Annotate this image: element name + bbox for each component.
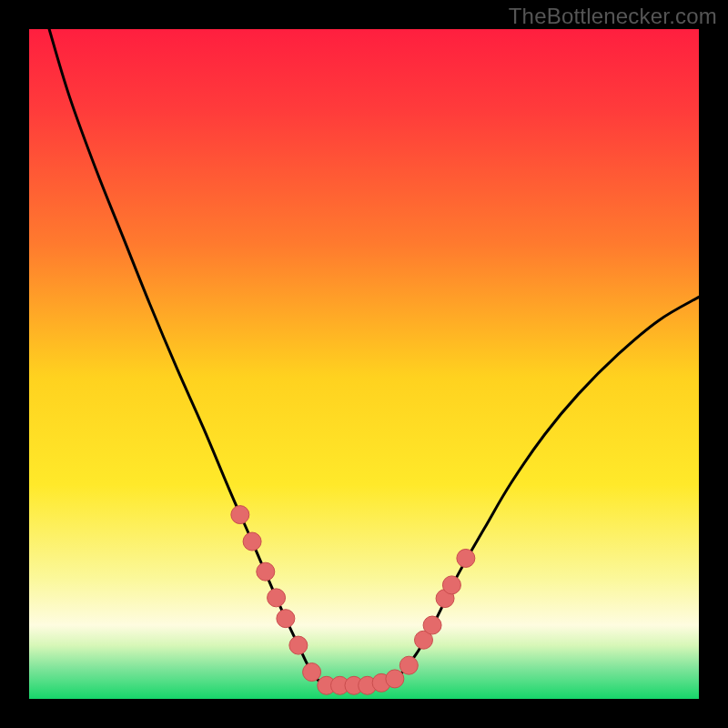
gradient-background [29, 29, 699, 699]
curve-marker [457, 549, 475, 567]
curve-marker [386, 670, 404, 688]
curve-marker [423, 616, 441, 634]
curve-marker [231, 506, 249, 524]
curve-marker [289, 636, 308, 654]
curve-marker [399, 656, 418, 674]
curve-marker [243, 532, 261, 551]
curve-marker [303, 663, 321, 682]
curve-marker [268, 589, 286, 607]
curve-marker [442, 576, 460, 594]
attribution-text: TheBottlenecker.com [509, 4, 717, 29]
chart-frame: TheBottlenecker.com [0, 0, 728, 728]
curve-marker [277, 610, 295, 628]
curve-marker [257, 562, 275, 581]
bottleneck-chart [0, 0, 728, 728]
